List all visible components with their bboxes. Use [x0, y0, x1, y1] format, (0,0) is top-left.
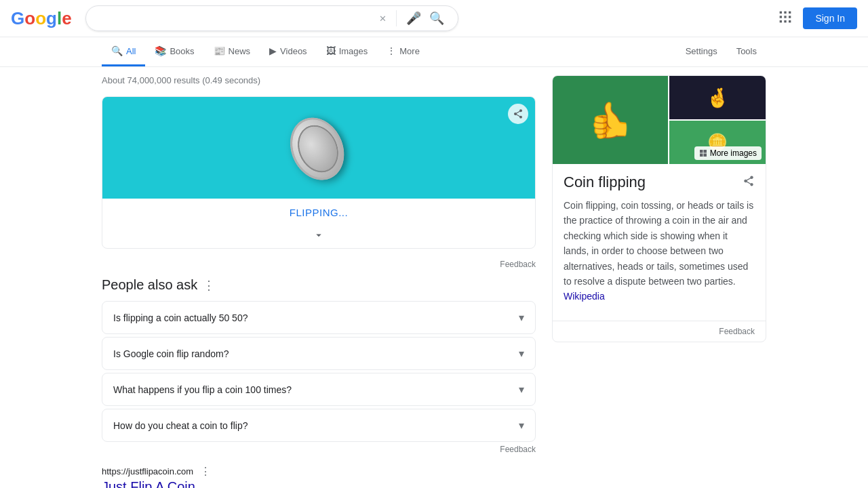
tab-books[interactable]: 📚 Books	[145, 37, 203, 66]
divider	[396, 10, 397, 26]
coin-image	[279, 110, 353, 190]
people-also-ask-section: People also ask ⋮ Is flipping a coin act…	[102, 277, 536, 454]
tab-books-label: Books	[170, 46, 194, 56]
tab-more[interactable]: ⋮ More	[377, 37, 429, 66]
svg-rect-4	[785, 16, 787, 18]
chevron-down-icon: ▾	[519, 347, 524, 360]
settings-link[interactable]: Settings	[676, 38, 727, 66]
search-result-1: https://justflipacoin.com ⋮ Just Flip A …	[102, 465, 536, 488]
svg-rect-11	[700, 154, 703, 157]
knowledge-card: 👍 🤞 🪙 More images	[552, 75, 766, 342]
result-url-row-1: https://justflipacoin.com ⋮	[102, 465, 536, 478]
tools-link[interactable]: Tools	[727, 38, 766, 66]
nav-tabs: 🔍 All 📚 Books 📰 News ▶ Videos 🖼 Images ⋮…	[0, 37, 868, 67]
paa-item-1: Is flipping a coin actually 50 50? ▾	[102, 301, 536, 334]
coin-status-label: FLIPPING...	[102, 199, 535, 226]
tab-news-label: News	[229, 46, 251, 56]
kc-body: Coin flipping Coin flipping, coin tossin…	[553, 164, 766, 321]
search-bar: flip a coin ✕ 🎤 🔍	[85, 5, 458, 31]
paa-question-3[interactable]: What happens if you flip a coin 100 time…	[102, 373, 535, 405]
main-content: About 74,000,000 results (0.49 seconds) …	[0, 67, 868, 488]
kc-image-bottom[interactable]: 🪙 More images	[669, 121, 766, 164]
svg-rect-1	[785, 11, 787, 13]
coin-flip-widget: FLIPPING...	[102, 96, 536, 249]
header: Google flip a coin ✕ 🎤 🔍 Sign In	[0, 0, 868, 37]
tab-images[interactable]: 🖼 Images	[317, 37, 378, 66]
kc-title-row: Coin flipping	[564, 174, 755, 191]
paa-feedback[interactable]: Feedback	[102, 445, 536, 454]
images-icon: 🖼	[326, 45, 336, 56]
result-url-1: https://justflipacoin.com	[102, 466, 193, 476]
svg-rect-7	[785, 20, 787, 22]
kc-share-icon[interactable]	[743, 175, 755, 190]
tab-videos-label: Videos	[280, 46, 307, 56]
left-column: About 74,000,000 results (0.49 seconds) …	[102, 75, 536, 488]
share-button[interactable]	[508, 104, 528, 124]
paa-item-2: Is Google coin flip random? ▾	[102, 337, 536, 370]
coin-widget-feedback[interactable]: Feedback	[102, 260, 536, 269]
voice-search-button[interactable]: 🎤	[402, 11, 425, 26]
result-title-1[interactable]: Just Flip A Coin	[102, 479, 536, 488]
apps-icon[interactable]	[778, 10, 792, 27]
hand-coin-image: 👍	[589, 100, 633, 141]
svg-rect-8	[789, 20, 791, 22]
videos-icon: ▶	[269, 45, 277, 56]
tab-all[interactable]: 🔍 All	[102, 37, 145, 66]
search-button[interactable]: 🔍	[425, 11, 448, 26]
right-column: 👍 🤞 🪙 More images	[552, 75, 766, 488]
chevron-down-icon: ▾	[519, 383, 524, 396]
svg-rect-5	[789, 16, 791, 18]
paa-question-3-text: What happens if you flip a coin 100 time…	[113, 384, 292, 395]
chevron-down-icon: ▾	[519, 419, 524, 432]
flip-hand-image: 🤞	[706, 87, 730, 109]
svg-rect-9	[700, 150, 703, 153]
kc-description: Coin flipping, coin tossing, or heads or…	[564, 198, 755, 304]
news-icon: 📰	[214, 45, 225, 56]
kc-wikipedia-link[interactable]: Wikipedia	[564, 291, 605, 302]
paa-menu-icon[interactable]: ⋮	[203, 278, 215, 293]
paa-question-2[interactable]: Is Google coin flip random? ▾	[102, 338, 535, 369]
kc-images: 👍 🤞 🪙 More images	[553, 76, 766, 164]
tab-all-label: All	[126, 46, 136, 56]
paa-question-4[interactable]: How do you cheat a coin to flip? ▾	[102, 409, 535, 441]
paa-question-4-text: How do you cheat a coin to flip?	[113, 420, 248, 431]
svg-rect-3	[780, 16, 782, 18]
results-count: About 74,000,000 results (0.49 seconds)	[102, 75, 536, 85]
kc-image-top[interactable]: 🤞	[669, 76, 766, 119]
all-icon: 🔍	[111, 45, 123, 56]
more-icon: ⋮	[387, 45, 396, 56]
paa-header: People also ask ⋮	[102, 277, 536, 293]
tools-label: Tools	[736, 46, 757, 56]
kc-feedback[interactable]: Feedback	[553, 321, 766, 342]
kc-title: Coin flipping	[564, 174, 646, 191]
tab-images-label: Images	[339, 46, 368, 56]
svg-rect-12	[703, 154, 707, 157]
svg-rect-0	[780, 11, 782, 13]
search-input[interactable]: flip a coin	[96, 12, 375, 24]
tab-more-label: More	[399, 46, 420, 56]
paa-question-1[interactable]: Is flipping a coin actually 50 50? ▾	[102, 302, 535, 333]
tab-news[interactable]: 📰 News	[204, 37, 260, 66]
paa-item-4: How do you cheat a coin to flip? ▾	[102, 409, 536, 442]
paa-title: People also ask	[102, 277, 197, 293]
more-images-label: More images	[710, 148, 757, 158]
settings-label: Settings	[686, 46, 717, 56]
paa-question-1-text: Is flipping a coin actually 50 50?	[113, 312, 248, 323]
sign-in-button[interactable]: Sign In	[803, 7, 857, 29]
paa-question-2-text: Is Google coin flip random?	[113, 348, 229, 359]
result-menu-icon-1[interactable]: ⋮	[200, 465, 211, 478]
kc-images-right: 🤞 🪙 More images	[669, 76, 766, 164]
header-right: Sign In	[778, 7, 857, 29]
google-logo[interactable]: Google	[11, 8, 72, 29]
coin-expand-button[interactable]	[102, 226, 535, 248]
svg-rect-10	[703, 150, 707, 153]
chevron-down-icon: ▾	[519, 311, 524, 324]
more-images-button[interactable]: More images	[694, 146, 762, 160]
tab-videos[interactable]: ▶ Videos	[260, 37, 317, 66]
kc-image-main[interactable]: 👍	[553, 76, 668, 164]
svg-rect-2	[789, 11, 791, 13]
coin-animation-area	[102, 97, 535, 199]
clear-search-button[interactable]: ✕	[375, 14, 391, 24]
svg-rect-6	[780, 20, 782, 22]
paa-item-3: What happens if you flip a coin 100 time…	[102, 373, 536, 406]
